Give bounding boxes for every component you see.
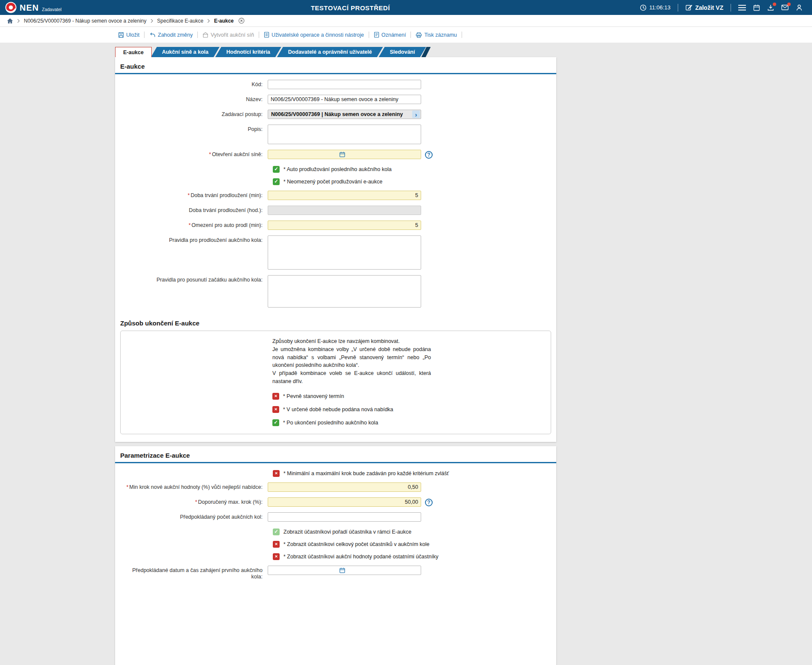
- clock: 11:06:13: [640, 4, 670, 11]
- notifications-button[interactable]: Oznámení: [369, 32, 411, 38]
- separator: [462, 32, 462, 38]
- undo-icon: [149, 32, 156, 38]
- field-label: Kód:: [120, 80, 268, 89]
- discard-changes-button[interactable]: Zahodit změny: [144, 32, 197, 38]
- field-label: *Doba trvání prodloužení (min):: [120, 191, 268, 200]
- min-krok-input[interactable]: [268, 482, 421, 492]
- calendar-icon[interactable]: [753, 4, 760, 11]
- section-title: Způsob ukončení E-aukce: [120, 319, 551, 327]
- checkbox-unchecked-icon[interactable]: ×: [273, 553, 280, 560]
- checkbox-unchecked-icon[interactable]: ×: [273, 470, 280, 477]
- checkbox-label: * V určené době nebude podána nová nabíd…: [283, 407, 393, 412]
- calendar-picker-icon[interactable]: [339, 151, 345, 157]
- environment-title: TESTOVACÍ PROSTŘEDÍ: [311, 4, 390, 11]
- calendar-picker-icon[interactable]: [339, 567, 345, 573]
- field-label: Pravidla pro prodloužení aukčního kola:: [120, 235, 268, 270]
- logo-subtext: Zadavatel: [42, 7, 61, 13]
- checkbox-checked-icon[interactable]: ✓: [272, 419, 279, 426]
- create-auction-room-button: Vytvořit aukční síň: [198, 32, 259, 38]
- top-bar: NEN Zadavatel TESTOVACÍ PROSTŘEDÍ 11:06:…: [0, 0, 812, 15]
- home-icon[interactable]: [7, 18, 13, 24]
- pravidla-posunuti-textarea[interactable]: [268, 275, 421, 308]
- save-icon: [118, 32, 124, 38]
- notification-badge: [773, 3, 776, 6]
- nen-logo[interactable]: NEN Zadavatel: [5, 2, 61, 13]
- close-tab-icon[interactable]: [238, 17, 245, 24]
- notice-icon: [374, 32, 379, 38]
- doba-trvani-min-input[interactable]: [268, 191, 421, 200]
- pravidla-prodlouzeni-textarea[interactable]: [268, 235, 421, 270]
- field-label: *Otevření aukční síně:: [120, 150, 268, 159]
- checkbox-label: * Neomezený počet prodlužování e-aukce: [283, 179, 382, 185]
- checkbox-unchecked-icon[interactable]: ×: [272, 393, 279, 400]
- checkbox-checked-icon[interactable]: ✓: [273, 166, 280, 173]
- field-label: Předpokládané datum a čas zahájení první…: [120, 566, 268, 580]
- tab-sledovani[interactable]: Sledování: [379, 47, 426, 57]
- tab-hodnotici-kriteria[interactable]: Hodnotící kritéria: [215, 47, 281, 57]
- section-title: E-aukce: [120, 57, 551, 73]
- popis-textarea[interactable]: [268, 125, 421, 144]
- checkbox-label: * Zobrazit účastníkovi aukční hodnoty po…: [283, 554, 438, 560]
- breadcrumb-item[interactable]: Specifikace E-aukce: [157, 18, 204, 24]
- zpusob-ukonceni-box: Způsoby ukončení E-aukce lze navzájem ko…: [120, 331, 551, 434]
- pocet-aukcnich-kol-input[interactable]: [268, 512, 421, 522]
- field-label: *Omezení pro auto prodl (min):: [120, 221, 268, 230]
- omezeni-auto-prodl-input[interactable]: [268, 221, 421, 230]
- doba-trvani-hod-input: [268, 206, 421, 215]
- checkbox-label: * Zobrazit účastníkovi celkový počet úča…: [283, 541, 430, 547]
- field-label: *Min krok nové aukční hodnoty (%) vůči n…: [120, 482, 268, 492]
- checkbox-unchecked-icon[interactable]: ×: [273, 541, 280, 548]
- auction-room-icon: [202, 32, 208, 38]
- user-icon[interactable]: [796, 4, 803, 11]
- separator: [678, 4, 678, 12]
- breadcrumb-current: E-aukce: [214, 18, 234, 24]
- separator: [731, 4, 731, 12]
- field-label: Zadávací postup:: [120, 110, 268, 119]
- parametrizace-section: Parametrizace E-aukce × * Minimální a ma…: [115, 446, 556, 665]
- current-time: 11:06:13: [649, 4, 670, 11]
- chevron-right-icon: [150, 19, 153, 23]
- tab-e-aukce[interactable]: E-aukce: [115, 47, 152, 57]
- help-icon[interactable]: ?: [425, 151, 433, 159]
- create-vz-button[interactable]: Založit VZ: [685, 4, 723, 11]
- save-button[interactable]: Uložit: [118, 32, 144, 38]
- checkbox-checked-icon[interactable]: ✓: [273, 178, 280, 185]
- zadavaci-postup-field: N006/25/V00007369 | Nákup semen ovoce a …: [268, 110, 421, 119]
- help-icon[interactable]: ?: [425, 499, 433, 506]
- user-operations-button[interactable]: Uživatelské operace a činnosti nástroje: [259, 32, 369, 38]
- checkbox-label: Zobrazit účastníkovi pořadí účastníka v …: [283, 529, 411, 535]
- checkbox-unchecked-icon[interactable]: ×: [272, 406, 279, 413]
- clock-icon: [640, 4, 647, 11]
- field-label: Pravidla pro posunutí začátku aukčního k…: [120, 275, 268, 308]
- info-text: Způsoby ukončení E-aukce lze navzájem ko…: [272, 337, 431, 386]
- chevron-right-icon: [207, 19, 210, 23]
- section-title: Parametrizace E-aukce: [120, 446, 551, 462]
- field-label: Doba trvání prodloužení (hod.):: [120, 206, 268, 215]
- chevron-right-icon: [17, 19, 20, 23]
- toolbar-strip: Uložit Zahodit změny Vytvořit aukční síň: [0, 27, 812, 43]
- checkbox-label: * Auto prodlužování posledního aukčního …: [283, 166, 392, 172]
- nazev-input[interactable]: [268, 95, 421, 104]
- checkbox-checked-disabled-icon: ✓: [273, 529, 280, 535]
- field-label: Předpokládaný počet aukčních kol:: [120, 512, 268, 522]
- tab-aukcni-sine-a-kola[interactable]: Aukční síně a kola: [151, 47, 220, 57]
- messages-icon[interactable]: [781, 4, 789, 11]
- kod-input[interactable]: [268, 80, 421, 89]
- max-krok-input[interactable]: [268, 497, 421, 507]
- topbar-actions: 11:06:13 Založit VZ: [640, 4, 803, 12]
- edit-icon: [685, 4, 693, 11]
- menu-icon[interactable]: [738, 5, 746, 11]
- notification-badge: [787, 3, 791, 6]
- tab-dodavatele[interactable]: Dodavatelé a oprávnění uživatelé: [277, 47, 383, 57]
- checkbox-label: * Pevně stanovený termín: [283, 393, 344, 399]
- open-reference-button[interactable]: ›: [412, 110, 420, 118]
- downloads-icon[interactable]: [767, 4, 774, 11]
- breadcrumb-item[interactable]: N006/25/V00007369 - Nákup semen ovoce a …: [24, 18, 147, 24]
- document-icon: [264, 32, 269, 38]
- section-rule: [115, 462, 556, 463]
- print-icon: [416, 32, 422, 38]
- section-rule: [115, 73, 556, 74]
- print-record-button[interactable]: Tisk záznamu: [411, 32, 462, 38]
- e-aukce-section: E-aukce Kód: Název: Zadávací postup: N00…: [115, 57, 556, 442]
- field-label: *Doporučený max. krok (%):: [120, 497, 268, 507]
